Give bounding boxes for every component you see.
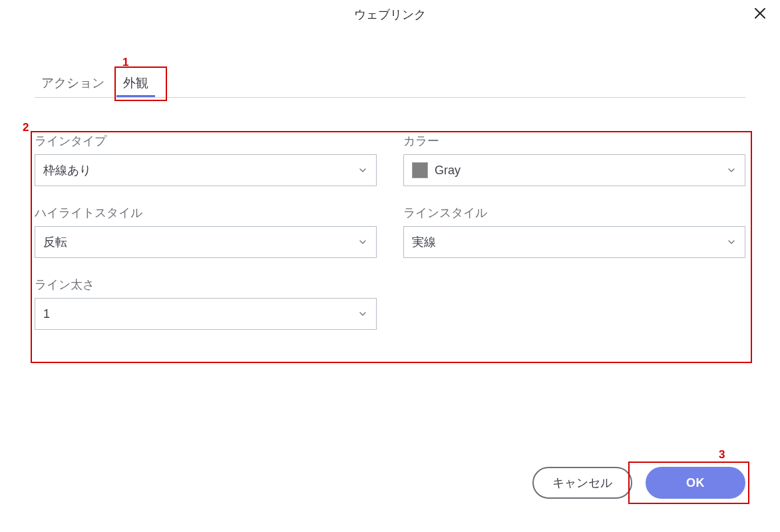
weblink-dialog: ウェブリンク アクション 外観 ラインタイプ 枠線あり カラー	[0, 0, 780, 532]
label-line-style: ラインスタイル	[403, 205, 745, 221]
field-line-type: ラインタイプ 枠線あり	[35, 133, 377, 186]
field-highlight-style: ハイライトスタイル 反転	[35, 205, 377, 258]
tab-appearance[interactable]: 外観	[116, 69, 155, 97]
field-line-thickness: ライン太さ 1	[35, 277, 377, 330]
label-highlight-style: ハイライトスタイル	[35, 205, 377, 221]
close-icon[interactable]	[752, 5, 768, 21]
tab-action[interactable]: アクション	[35, 69, 111, 97]
ok-button[interactable]: OK	[646, 467, 745, 499]
tab-bar: アクション 外観	[35, 69, 745, 98]
chevron-down-icon	[357, 165, 368, 176]
color-swatch-icon	[412, 162, 428, 178]
chevron-down-icon	[726, 165, 737, 176]
chevron-down-icon	[726, 237, 737, 247]
callout-number-2: 2	[23, 121, 29, 134]
value-line-style: 実線	[412, 234, 436, 250]
chevron-down-icon	[357, 309, 368, 319]
value-highlight-style: 反転	[43, 234, 67, 250]
select-color[interactable]: Gray	[403, 154, 745, 186]
label-line-thickness: ライン太さ	[35, 277, 377, 293]
cancel-button[interactable]: キャンセル	[532, 467, 632, 499]
field-line-style: ラインスタイル 実線	[403, 205, 745, 258]
value-line-type: 枠線あり	[43, 162, 91, 178]
callout-number-3: 3	[719, 448, 725, 462]
field-color: カラー Gray	[403, 133, 745, 186]
select-line-style[interactable]: 実線	[403, 226, 745, 258]
select-line-thickness[interactable]: 1	[35, 298, 377, 330]
value-color: Gray	[435, 164, 461, 178]
label-line-type: ラインタイプ	[35, 133, 377, 149]
appearance-panel: ラインタイプ 枠線あり カラー Gray ハイライトスタイル	[35, 133, 745, 348]
select-line-type[interactable]: 枠線あり	[35, 154, 377, 186]
label-color: カラー	[403, 133, 745, 149]
value-line-thickness: 1	[43, 307, 50, 321]
dialog-footer: キャンセル OK	[532, 467, 745, 499]
callout-number-1: 1	[122, 56, 128, 69]
dialog-title: ウェブリンク	[0, 7, 780, 23]
chevron-down-icon	[357, 237, 368, 247]
select-highlight-style[interactable]: 反転	[35, 226, 377, 258]
